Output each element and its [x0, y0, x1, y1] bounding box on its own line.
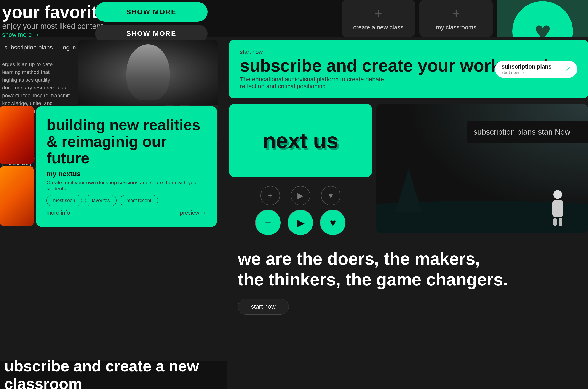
create-class-label: create a new class: [353, 24, 403, 31]
show-more-link[interactable]: show more →: [2, 31, 39, 38]
nextus-logo: next us: [256, 126, 345, 155]
more-info-link[interactable]: more info: [46, 209, 70, 216]
promo-card: building new realities & reimaginig our …: [36, 106, 217, 227]
video-thumbnail-face: [78, 40, 218, 105]
subscription-plans-top: subscription plans stan Now: [467, 121, 588, 143]
promo-most-seen[interactable]: most seen: [46, 195, 82, 206]
show-more-green-button[interactable]: SHOW MORE: [95, 2, 207, 22]
astronaut-helmet: [554, 190, 562, 199]
astronaut-body: [552, 200, 563, 217]
promo-most-recent[interactable]: most recent: [120, 195, 158, 206]
doers-line2: the thinkers, the game changers.: [238, 269, 579, 290]
heart-outline-button[interactable]: ♥: [321, 186, 340, 205]
subscribe-banner: start now subscribe and create your work…: [229, 40, 588, 98]
sub-btn-content: subscription plans start now →: [501, 63, 552, 75]
start-now-label: start now: [240, 49, 577, 55]
heart-circle-card: ♥: [497, 0, 588, 37]
astronaut-figure: [549, 190, 566, 223]
image-card-1: [0, 106, 33, 164]
plus-icon: +: [374, 6, 382, 21]
doers-section: we are the doers, the makers, the thinke…: [229, 240, 588, 323]
enjoy-subtitle: enjoy your most liked content: [2, 22, 103, 31]
nav-subscription-plans[interactable]: subscription plans: [4, 44, 53, 51]
subscribe-classroom-text: ubscribe and create a new classroom: [4, 357, 223, 389]
add-outline-button[interactable]: +: [261, 186, 280, 205]
nav-login[interactable]: log in: [61, 44, 76, 51]
my-classrooms-label: my classrooms: [436, 24, 476, 31]
promo-headline-2: & reimaginig our future: [46, 133, 206, 167]
play-outline-button[interactable]: ▶: [291, 186, 310, 205]
heart-teal-icon: ♥: [512, 1, 573, 37]
astronaut-leg-right: [559, 218, 562, 226]
create-class-button[interactable]: + create a new class: [342, 0, 415, 37]
preview-link[interactable]: preview →: [180, 209, 206, 216]
nextus-card: next us: [229, 104, 372, 177]
video-thumbnail: [78, 40, 218, 105]
plus-icon-2: +: [452, 6, 460, 21]
subscription-plans-label: subscription plans stan Now: [473, 128, 582, 137]
subscribe-classroom-section: ubscribe and create a new classroom: [0, 361, 227, 389]
subscription-plans-button[interactable]: subscription plans start now → ✓: [495, 61, 577, 78]
my-nextus-title: my nextus: [46, 170, 206, 178]
astronaut-leg-left: [554, 218, 557, 226]
promo-filter-buttons: most seen favorites most recent: [46, 195, 206, 206]
doers-line1: we are the doers, the makers,: [238, 249, 579, 269]
sub-btn-subtitle: start now →: [501, 70, 552, 75]
subscribe-description: The educational audiovisual platform to …: [240, 76, 391, 90]
face-silhouette: [127, 44, 170, 100]
sub-btn-title: subscription plans: [501, 63, 552, 70]
my-classrooms-button[interactable]: + my classrooms: [419, 0, 493, 37]
controls-row-filled: + ▶ ♥: [229, 205, 372, 240]
promo-footer: more info preview →: [46, 209, 206, 216]
add-filled-button[interactable]: +: [255, 210, 281, 236]
promo-headline-1: building new realities: [46, 117, 206, 133]
my-nextus-desc: Create, edit your own docshop sessions a…: [46, 180, 206, 192]
heart-filled-button[interactable]: ♥: [320, 210, 346, 236]
play-filled-button[interactable]: ▶: [288, 210, 313, 236]
top-section: your favorites enjoy your most liked con…: [0, 0, 588, 37]
start-now-button[interactable]: start now: [238, 299, 289, 315]
show-more-dark-button[interactable]: SHOW MORE: [95, 25, 207, 42]
astronaut-legs: [549, 218, 566, 226]
check-icon: ✓: [565, 65, 571, 73]
image-card-2: [0, 166, 33, 226]
promo-favorites[interactable]: favorites: [85, 195, 117, 206]
